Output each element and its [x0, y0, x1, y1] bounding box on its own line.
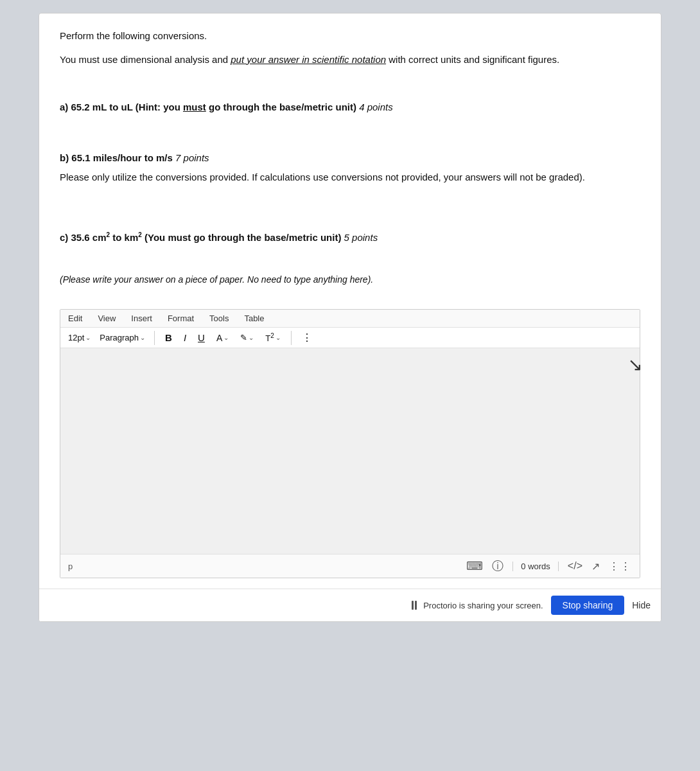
bottom-bar: Proctorio is sharing your screen. Stop s… [39, 589, 661, 621]
intro-para: Perform the following conversions. [60, 29, 640, 44]
underline-button[interactable]: U [194, 331, 209, 344]
question-b: b) 65.1 miles/hour to m/s 7 points [60, 151, 640, 166]
fontsize-dropdown[interactable]: 12pt ⌄ [66, 332, 93, 344]
content-area: Perform the following conversions. You m… [39, 13, 661, 589]
menu-edit[interactable]: Edit [66, 312, 85, 324]
instruction-suffix: with correct units and significant figur… [386, 54, 559, 65]
note-text: Please only utilize the conversions prov… [60, 172, 585, 182]
question-a-points: 4 points [356, 102, 393, 112]
proctorio-pause-icon [412, 601, 417, 610]
superscript-label: T2 [265, 332, 274, 343]
page-wrapper: Perform the following conversions. You m… [39, 13, 661, 622]
toolbar-separator-2 [291, 331, 292, 345]
italic-note: (Please write your answer on a piece of … [60, 274, 640, 285]
question-b-text: b) 65.1 miles/hour to m/s [60, 152, 173, 163]
text-color-button[interactable]: A ⌄ [213, 332, 232, 344]
text-color-label: A [216, 333, 222, 343]
paragraph-label: Paragraph [100, 333, 139, 342]
status-bar: p ⌨ ⓘ 0 words </> ↗ ⋮⋮ [60, 554, 640, 578]
paragraph-chevron: ⌄ [140, 334, 145, 341]
question-a: a) 65.2 mL to uL (Hint: you must go thro… [60, 100, 640, 115]
fontsize-chevron: ⌄ [85, 334, 91, 341]
question-b-points: 7 points [173, 152, 209, 163]
code-label[interactable]: </> [568, 560, 582, 572]
instruction-prefix: You must use dimensional analysis and [60, 54, 231, 65]
question-a-must: must [183, 102, 206, 112]
menu-view[interactable]: View [95, 312, 118, 324]
bold-button[interactable]: B [161, 331, 176, 344]
info-icon[interactable]: ⓘ [492, 558, 503, 574]
superscript-chevron: ⌄ [276, 334, 281, 341]
menu-tools[interactable]: Tools [207, 312, 231, 324]
highlight-icon: ✎ [240, 333, 247, 342]
text-color-chevron: ⌄ [223, 334, 229, 341]
fontsize-label: 12pt [68, 333, 84, 342]
question-a-suffix: go through the base/metric unit) [206, 102, 356, 112]
editor-container: Edit View Insert Format Tools Table 12pt… [60, 309, 640, 578]
toolbar-separator-1 [154, 331, 155, 345]
menu-format[interactable]: Format [165, 312, 197, 324]
editor-body[interactable] [60, 348, 640, 554]
drag-icon[interactable]: ⋮⋮ [609, 560, 632, 572]
menu-insert[interactable]: Insert [128, 312, 155, 324]
stop-sharing-button[interactable]: Stop sharing [551, 596, 625, 615]
status-bar-center: ⌨ ⓘ 0 words </> ↗ ⋮⋮ [80, 558, 632, 574]
hide-button[interactable]: Hide [632, 600, 651, 610]
toolbar: 12pt ⌄ Paragraph ⌄ B I U A ⌄ ✎ ⌄ [60, 328, 640, 348]
p-label: p [68, 562, 73, 571]
question-c-points: 5 points [341, 232, 378, 243]
menu-table[interactable]: Table [241, 312, 267, 324]
question-c-suffix: (You must go through the base/metric uni… [142, 232, 342, 243]
paragraph-dropdown[interactable]: Paragraph ⌄ [97, 332, 148, 344]
question-c-mid: to km [110, 232, 138, 243]
highlight-chevron: ⌄ [249, 334, 254, 341]
instruction-para: You must use dimensional analysis and pu… [60, 53, 640, 67]
proctorio-info: Proctorio is sharing your screen. [412, 601, 543, 610]
italic-button[interactable]: I [180, 331, 190, 344]
question-a-prefix: a) 65.2 mL to uL (Hint: you [60, 102, 183, 112]
scientific-notation-text: put your answer in scientific notation [231, 54, 386, 65]
note-para: Please only utilize the conversions prov… [60, 170, 640, 185]
highlight-button[interactable]: ✎ ⌄ [236, 332, 258, 344]
question-c-prefix: c) 35.6 cm [60, 232, 107, 243]
more-options-icon: ⋮ [302, 332, 313, 344]
resize-icon[interactable]: ↗ [591, 560, 600, 572]
keyboard-icon[interactable]: ⌨ [466, 559, 483, 573]
intro-text: Perform the following conversions. [60, 30, 207, 41]
word-count: 0 words [512, 562, 559, 571]
question-c: c) 35.6 cm2 to km2 (You must go through … [60, 230, 640, 245]
more-options-button[interactable]: ⋮ [298, 330, 317, 345]
proctorio-text-label: Proctorio is sharing your screen. [423, 601, 543, 610]
menu-bar: Edit View Insert Format Tools Table [60, 310, 640, 328]
superscript-button[interactable]: T2 ⌄ [261, 331, 284, 344]
